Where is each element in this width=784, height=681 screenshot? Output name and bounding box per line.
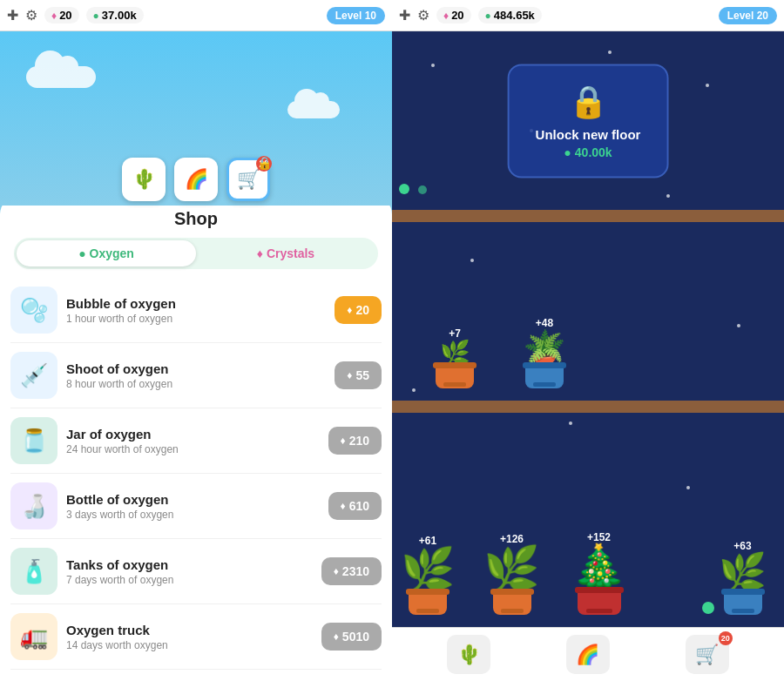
pot-stripe-mid-2 [533, 382, 556, 387]
item-price-tanks[interactable]: ♦ 2310 [321, 557, 382, 585]
gems-stat-right: ♦ 20 [436, 7, 471, 24]
pot-rim-mid-1 [433, 362, 476, 368]
oxygen-dot-unlock: ● [564, 145, 571, 158]
pot-mid-2 [525, 366, 564, 388]
bottom-icon-cart[interactable]: 🛒 20 [686, 635, 729, 674]
plant-body-bot-3: 🎄 [571, 545, 627, 590]
oxygen-tab-label: Oxygen [90, 246, 134, 260]
plant-mid-1: +7 🌿 [436, 327, 474, 388]
item-icon-shoot: 💉 [10, 352, 57, 399]
right-panel: ✚ ⚙ ♦ 20 ● 484.65k Level 20 [392, 0, 784, 681]
plant-body-bot-1: 🌿 [401, 549, 455, 592]
level-badge-left: Level 10 [327, 7, 385, 24]
plus-icon-right[interactable]: ✚ [399, 7, 410, 24]
item-price-shoot[interactable]: ♦ 55 [335, 361, 382, 389]
plant-bonus-bot-3: +152 [587, 531, 611, 543]
pot-stripe-bot-2 [501, 609, 524, 613]
item-price-jar[interactable]: ♦ 210 [328, 427, 382, 455]
oxygen-tab-dot: ● [78, 246, 89, 260]
crystals-tab-label: Crystals [267, 246, 314, 260]
shop-tabs: ● Oxygen ♦ Crystals [14, 238, 378, 269]
shop-tab-rainbow[interactable]: 🌈 [174, 158, 218, 201]
item-name-truck: Oxygen truck [66, 623, 313, 637]
shop-item-tanks: 🧴 Tanks of oxygen 7 days worth of oxygen… [10, 539, 382, 604]
truck-emoji: 🚛 [20, 624, 48, 651]
left-topbar: ✚ ⚙ ♦ 20 ● 37.00k Level 10 [0, 0, 392, 31]
gem-icon-left: ♦ [51, 10, 57, 22]
item-icon-bubble: 🫧 [10, 287, 57, 334]
price-val-tanks: 2310 [342, 564, 369, 578]
shop-item-shoot: 💉 Shoot of oxygen 8 hour worth of oxygen… [10, 343, 382, 408]
shop-panel: Shop ● Oxygen ♦ Crystals 🫧 Bubble of oxy… [0, 197, 392, 681]
plant-bot-2: +126 🌿 [483, 533, 540, 615]
price-val-truck: 5010 [342, 630, 369, 644]
gear-icon-left[interactable]: ⚙ [25, 7, 37, 24]
item-info-bottle: Bottle of oxygen 3 days worth of oxygen [66, 492, 320, 521]
item-info-bubble: Bubble of oxygen 1 hour worth of oxygen [66, 296, 326, 325]
item-price-bottle[interactable]: ♦ 610 [328, 492, 382, 520]
item-desc-jar: 24 hour worth of oxygen [66, 443, 320, 455]
item-name-shoot: Shoot of oxygen [66, 361, 326, 376]
plant-bonus-bot-2: +126 [500, 533, 524, 545]
pot-bot-1 [409, 592, 447, 615]
item-desc-shoot: 8 hour worth of oxygen [66, 378, 326, 390]
pot-rim-bot-1 [406, 589, 449, 595]
item-info-shoot: Shoot of oxygen 8 hour worth of oxygen [66, 361, 326, 390]
oxygen-stat-left: ● 37.00k [86, 7, 144, 24]
bottle-emoji: 🍶 [20, 493, 48, 520]
plant-bot-1: +61 🌿 [401, 535, 455, 615]
item-icon-jar: 🫙 [10, 417, 57, 464]
item-desc-truck: 14 days worth oxygen [66, 639, 313, 651]
pot-rim-bot-3 [575, 587, 624, 593]
deco-ball-2 [418, 185, 427, 194]
crystals-tab-gem: ♦ [257, 246, 267, 260]
item-info-truck: Oxygen truck 14 days worth oxygen [66, 623, 313, 651]
item-price-bubble[interactable]: ♦ 20 [335, 296, 382, 324]
bottom-icon-rainbow[interactable]: 🌈 [566, 635, 610, 674]
plant-bonus-mid-1: +7 [449, 327, 461, 340]
pot-stripe-bot-4 [732, 609, 754, 613]
tab-oxygen[interactable]: ● Oxygen [17, 240, 196, 266]
unlock-floor-cost: ● 40.00k [536, 145, 641, 158]
unlock-floor-box[interactable]: 🔒 Unlock new floor ● 40.00k [508, 64, 669, 178]
shop-item-jar: 🫙 Jar of oxygen 24 hour worth of oxygen … [10, 408, 382, 474]
unlock-floor-text: Unlock new floor [536, 126, 641, 141]
floor-bot: +61 🌿 +126 🌿 +152 🎄 [392, 413, 784, 627]
price-gem-truck: ♦ [334, 630, 339, 643]
bottom-cart-emoji: 🛒 [695, 644, 719, 666]
pot-bot-4 [724, 592, 762, 615]
gems-value-right: 20 [451, 9, 463, 22]
shop-tab-plant[interactable]: 🌵 [122, 158, 166, 201]
item-price-truck[interactable]: ♦ 5010 [321, 623, 382, 651]
floor-locked: 🔒 Unlock new floor ● 40.00k [392, 31, 784, 222]
gems-stat-left: ♦ 20 [44, 7, 79, 24]
pot-mid-1 [436, 366, 474, 388]
price-val-jar: 210 [349, 434, 369, 448]
cart-icon: 🛒 [237, 168, 260, 191]
item-desc-tanks: 7 days worth of oxygen [66, 574, 313, 586]
price-gem-tanks: ♦ [334, 565, 339, 577]
deco-ball-bot [702, 602, 714, 614]
bottom-icon-plant[interactable]: 🌵 [447, 635, 490, 674]
plus-icon-left[interactable]: ✚ [7, 7, 18, 24]
price-val-bottle: 610 [349, 499, 369, 513]
gem-icon-right: ♦ [443, 10, 449, 22]
pot-rim-bot-2 [490, 589, 534, 595]
plant-bonus-bot-1: +61 [419, 535, 436, 547]
plant-body-bot-4: 🌿 [719, 554, 767, 592]
gear-icon-right[interactable]: ⚙ [417, 7, 429, 24]
shoot-emoji: 💉 [20, 362, 48, 389]
left-panel: ✚ ⚙ ♦ 20 ● 37.00k Level 10 🌵 🌈 🛒 20 🔒 [0, 0, 392, 681]
item-name-jar: Jar of oxygen [66, 427, 320, 442]
tab-crystals[interactable]: ♦ Crystals [196, 240, 375, 266]
price-val-shoot: 55 [355, 368, 369, 382]
tanks-emoji: 🧴 [20, 558, 48, 585]
jar-emoji: 🫙 [20, 428, 48, 455]
shop-tab-cart[interactable]: 🛒 20 🔒 [226, 158, 270, 201]
oxygen-value-left: 37.00k [102, 9, 137, 22]
plant-bonus-bot-4: +63 [733, 540, 751, 552]
plant-bot-3: +152 🎄 [571, 531, 627, 615]
item-icon-tanks: 🧴 [10, 548, 57, 595]
shop-item-truck: 🚛 Oxygen truck 14 days worth oxygen ♦ 50… [10, 604, 382, 670]
shop-items-list: 🫧 Bubble of oxygen 1 hour worth of oxyge… [0, 278, 392, 681]
